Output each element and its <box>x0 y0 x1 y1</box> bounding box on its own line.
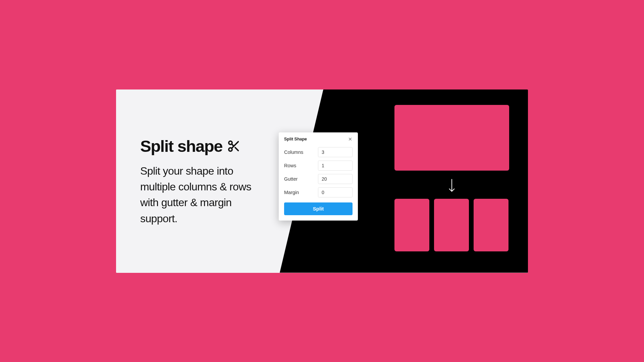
dialog-title: Split Shape <box>284 137 307 141</box>
dialog-header: Split Shape <box>279 132 358 145</box>
hero-title: Split shape <box>140 138 222 155</box>
rows-input[interactable] <box>318 161 353 171</box>
gutter-label: Gutter <box>284 176 298 182</box>
margin-row: Margin <box>284 186 353 199</box>
after-shape-1 <box>394 199 429 251</box>
gutter-row: Gutter <box>284 172 353 186</box>
margin-label: Margin <box>284 190 299 195</box>
before-shape <box>394 105 509 171</box>
svg-line-3 <box>235 147 238 150</box>
after-shape-3 <box>474 199 508 251</box>
rows-label: Rows <box>284 163 296 168</box>
gutter-input[interactable] <box>318 174 353 184</box>
margin-input[interactable] <box>318 187 353 197</box>
close-icon[interactable] <box>348 137 353 141</box>
svg-line-4 <box>231 144 233 146</box>
title-row: Split shape <box>140 138 261 155</box>
dialog-body: Columns Rows Gutter Margin Split <box>279 145 358 221</box>
columns-label: Columns <box>284 149 303 155</box>
after-shape-2 <box>434 199 469 251</box>
hero-description: Split your shape into multiple columns &… <box>140 163 261 227</box>
split-button[interactable]: Split <box>284 202 353 215</box>
scissors-icon <box>227 139 240 153</box>
promo-card: Split shape Split your shape into multip… <box>116 89 528 273</box>
columns-input[interactable] <box>318 147 353 157</box>
columns-row: Columns <box>284 145 353 159</box>
rows-row: Rows <box>284 159 353 172</box>
after-shapes-row <box>394 199 509 251</box>
preview-area <box>394 105 509 251</box>
hero-text-block: Split shape Split your shape into multip… <box>140 138 261 227</box>
arrow-down-icon <box>394 179 509 193</box>
split-shape-dialog: Split Shape Columns Rows Gutter <box>279 132 358 221</box>
